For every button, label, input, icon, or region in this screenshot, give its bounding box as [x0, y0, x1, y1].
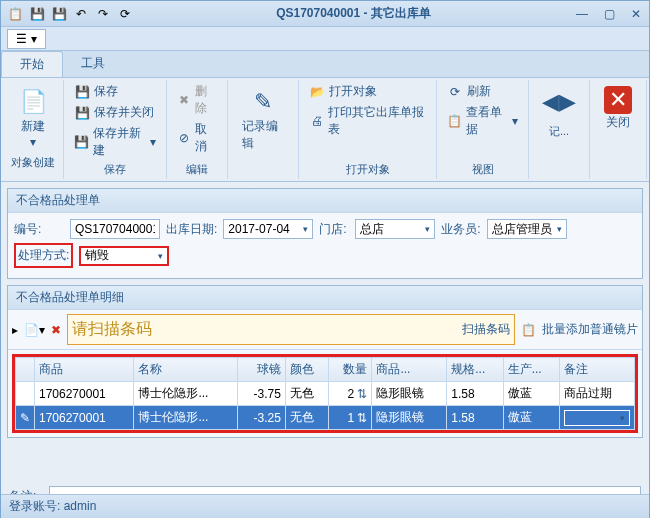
new-icon: 📄 — [17, 86, 49, 118]
chevron-down-icon: ▾ — [425, 224, 430, 234]
open-icon: 📂 — [309, 84, 325, 100]
barcode-scan-input[interactable]: 请扫描条码 扫描条码 — [67, 314, 515, 345]
list-icon: ☰ — [16, 32, 27, 46]
header-panel-title: 不合格品处理单 — [8, 189, 642, 213]
store-label: 门店: — [319, 221, 349, 238]
delete-icon: ✖ — [177, 92, 191, 108]
ribbon-group-view: ⟳刷新 📋查看单据▾ 视图 — [437, 80, 529, 179]
code-label: 编号: — [14, 221, 64, 238]
open-object-button[interactable]: 📂打开对象 — [305, 82, 430, 101]
detail-grid-wrap: 商品 名称 球镜 颜色 数量 商品... 规格... 生产... 备注 1706… — [12, 354, 638, 433]
chevron-down-icon: ▾ — [557, 224, 562, 234]
bulk-add-icon: 📋 — [521, 323, 536, 337]
new-row-icon[interactable]: 📄▾ — [24, 323, 45, 337]
record-nav-button[interactable]: ◀▶ — [535, 82, 583, 122]
delete-button[interactable]: ✖删除 — [173, 82, 221, 118]
close-icon: ✕ — [604, 86, 632, 114]
minimize-button[interactable]: — — [572, 7, 592, 21]
save-button[interactable]: 💾保存 — [70, 82, 160, 101]
ribbon-group-record: ◀▶ 记... — [529, 80, 590, 179]
status-bar: 登录账号: admin — [1, 494, 649, 518]
ribbon-tabs: 开始 工具 — [1, 51, 649, 78]
view-bar: ☰▾ — [1, 27, 649, 51]
save-close-button[interactable]: 💾保存并关闭 — [70, 103, 160, 122]
chevron-down-icon: ▾ — [512, 114, 518, 128]
refresh-button[interactable]: ⟳刷新 — [443, 82, 522, 101]
undo-icon[interactable]: ↶ — [71, 4, 91, 24]
new-button[interactable]: 📄新建▾ — [9, 82, 57, 153]
expand-icon[interactable]: ▸ — [12, 323, 18, 337]
tab-start[interactable]: 开始 — [1, 51, 63, 77]
row-indicator-icon: ✎ — [16, 406, 35, 430]
detail-grid[interactable]: 商品 名称 球镜 颜色 数量 商品... 规格... 生产... 备注 1706… — [15, 357, 635, 430]
col-spec[interactable]: 规格... — [447, 358, 503, 382]
view-doc-button[interactable]: 📋查看单据▾ — [443, 103, 522, 139]
window-buttons: — ▢ ✕ — [572, 7, 645, 21]
edit-icon: ✎ — [247, 86, 279, 118]
code-input[interactable] — [70, 219, 160, 239]
col-mfr[interactable]: 生产... — [503, 358, 559, 382]
bulk-add-button[interactable]: 批量添加普通镜片 — [542, 321, 638, 338]
ribbon-group-create: 📄新建▾ 对象创建 — [3, 80, 64, 179]
col-color[interactable]: 颜色 — [285, 358, 328, 382]
chevron-down-icon: ▾ — [303, 224, 308, 234]
col-prod[interactable]: 商品 — [35, 358, 134, 382]
ribbon-group-save: 💾保存 💾保存并关闭 💾保存并新建▾ 保存 — [64, 80, 167, 179]
close-button[interactable]: ✕关闭 — [596, 82, 640, 135]
store-select[interactable]: 总店▾ — [355, 219, 435, 239]
save-icon[interactable]: 💾 — [27, 4, 47, 24]
qty-spinner-icon[interactable]: ⇅ — [357, 411, 367, 425]
scan-link[interactable]: 扫描条码 — [462, 321, 510, 338]
clerk-label: 业务员: — [441, 221, 481, 238]
title-bar: 📋 💾 💾 ↶ ↷ ⟳ QS1707040001 - 其它出库单 — ▢ ✕ — [1, 1, 649, 27]
tab-tools[interactable]: 工具 — [63, 51, 123, 77]
print-report-button[interactable]: 🖨打印其它出库单报表 — [305, 103, 430, 139]
qty-spinner-icon[interactable]: ⇅ — [357, 387, 367, 401]
ribbon-group-openobj: 📂打开对象 🖨打印其它出库单报表 打开对象 — [299, 80, 437, 179]
table-row[interactable]: 1706270001 博士伦隐形... -3.75 无色 2 ⇅ 隐形眼镜 1.… — [16, 382, 635, 406]
chevron-down-icon: ▾ — [158, 251, 163, 261]
refresh-icon[interactable]: ⟳ — [115, 4, 135, 24]
date-select[interactable]: 2017-07-04▾ — [223, 219, 313, 239]
col-sph[interactable]: 球镜 — [238, 358, 286, 382]
save-icon: 💾 — [74, 84, 90, 100]
col-qty[interactable]: 数量 — [329, 358, 372, 382]
content-area: 不合格品处理单 编号: 出库日期: 2017-07-04▾ 门店: 总店▾ 业务… — [1, 182, 649, 482]
date-label: 出库日期: — [166, 221, 217, 238]
header-panel: 不合格品处理单 编号: 出库日期: 2017-07-04▾ 门店: 总店▾ 业务… — [7, 188, 643, 279]
record-edit-button[interactable]: ✎记录编辑 — [234, 82, 293, 156]
window-title: QS1707040001 - 其它出库单 — [135, 5, 572, 22]
view-dropdown[interactable]: ☰▾ — [7, 29, 46, 49]
save-close-icon[interactable]: 💾 — [49, 4, 69, 24]
refresh-icon: ⟳ — [447, 84, 463, 100]
save-new-icon: 💾 — [74, 134, 89, 150]
col-cat[interactable]: 商品... — [372, 358, 447, 382]
chevron-down-icon: ▾ — [30, 135, 36, 149]
col-remark[interactable]: 备注 — [560, 358, 635, 382]
ribbon: 📄新建▾ 对象创建 💾保存 💾保存并关闭 💾保存并新建▾ 保存 ✖删除 ⊘取消 … — [1, 78, 649, 182]
detail-toolbar: ▸ 📄▾ ✖ 请扫描条码 扫描条码 📋 批量添加普通镜片 — [8, 310, 642, 350]
save-new-button[interactable]: 💾保存并新建▾ — [70, 124, 160, 160]
chevron-down-icon: ▾ — [31, 32, 37, 46]
col-name[interactable]: 名称 — [134, 358, 238, 382]
table-row[interactable]: ✎ 1706270001 博士伦隐形... -3.25 无色 1 ⇅ 隐形眼镜 … — [16, 406, 635, 430]
remark-select[interactable]: ▾ — [564, 410, 630, 426]
app-icon: 📋 — [5, 4, 25, 24]
cancel-button[interactable]: ⊘取消 — [173, 120, 221, 156]
delete-row-icon[interactable]: ✖ — [51, 323, 61, 337]
doc-icon: 📋 — [447, 113, 462, 129]
save-close-icon: 💾 — [74, 105, 90, 121]
maximize-button[interactable]: ▢ — [600, 7, 619, 21]
method-label: 处理方式: — [14, 243, 73, 268]
nav-icon: ◀▶ — [543, 86, 575, 118]
ribbon-group-edit: ✖删除 ⊘取消 编辑 — [167, 80, 228, 179]
chevron-down-icon: ▾ — [620, 413, 625, 423]
clerk-select[interactable]: 总店管理员▾ — [487, 219, 567, 239]
close-button[interactable]: ✕ — [627, 7, 645, 21]
detail-panel-title: 不合格品处理单明细 — [8, 286, 642, 310]
method-select[interactable]: 销毁▾ — [79, 246, 169, 266]
ribbon-group-recordedit: ✎记录编辑 — [228, 80, 300, 179]
redo-icon[interactable]: ↷ — [93, 4, 113, 24]
detail-panel: 不合格品处理单明细 ▸ 📄▾ ✖ 请扫描条码 扫描条码 📋 批量添加普通镜片 商… — [7, 285, 643, 438]
cancel-icon: ⊘ — [177, 130, 191, 146]
